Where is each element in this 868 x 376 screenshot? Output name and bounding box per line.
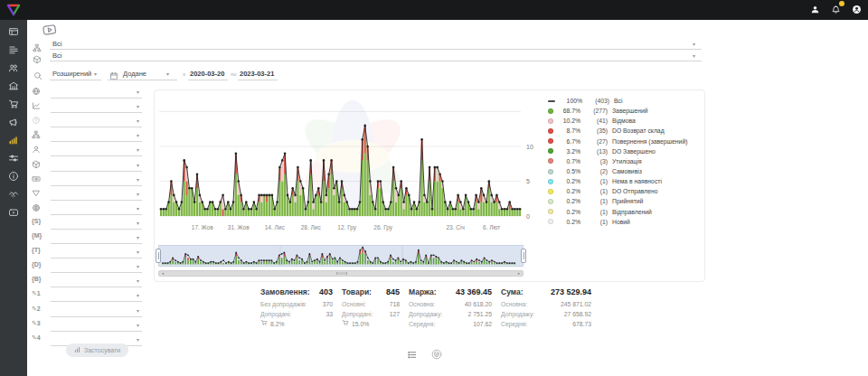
filter-row-brace-d[interactable]: {D}▾ <box>30 260 144 274</box>
legend-item[interactable]: 100%(403)Всі <box>548 96 702 106</box>
filter-dropdown[interactable] <box>51 144 142 156</box>
filter-row-brace-m[interactable]: {M}▾ <box>30 231 144 245</box>
filter-dropdown[interactable] <box>51 100 142 113</box>
legend-item[interactable]: 0.5%(2)Самовивіз <box>548 166 702 176</box>
trend-icon <box>32 101 41 111</box>
legend-dot-marker <box>548 219 553 224</box>
legend-item[interactable]: 68.7%(277)Завершений <box>548 106 702 116</box>
filter-row-brace-b[interactable]: {B}▾ <box>30 275 144 288</box>
filter-dropdown[interactable] <box>51 86 142 99</box>
upsell-percent: 15.0% <box>352 319 369 329</box>
navigator-right-handle[interactable] <box>521 249 526 263</box>
bell-icon[interactable] <box>829 3 842 15</box>
filter-dropdown[interactable] <box>51 246 142 258</box>
profile-icon[interactable] <box>808 3 821 15</box>
filter-row-pencil-1[interactable]: ✎1▾ <box>30 289 144 303</box>
video-tutorial-icon[interactable] <box>39 22 61 42</box>
filter-row-pencil-3[interactable]: ✎3▾ <box>30 319 144 333</box>
legend-item[interactable]: 0.2%(1)Відправлений <box>548 207 702 217</box>
filter-row-globe[interactable]: ▾ <box>30 86 144 99</box>
legend-dot-marker <box>548 138 553 144</box>
chevron-down-icon: ▾ <box>137 146 139 153</box>
legend-item[interactable]: 0.2%(1)DO Отправлено <box>548 186 702 196</box>
filter-row-trend[interactable]: ▾ <box>30 100 144 114</box>
sidebar-item-integrations[interactable] <box>0 150 27 168</box>
date-to-input[interactable]: 2023-03-21 <box>240 70 274 78</box>
filter-dropdown[interactable] <box>51 202 142 215</box>
legend-label: DO Отправлено <box>612 188 657 194</box>
sidebar-item-video[interactable] <box>0 204 27 222</box>
notification-badge <box>839 1 844 6</box>
account-icon[interactable] <box>850 3 863 15</box>
product-filter-value[interactable]: Всі <box>52 52 61 60</box>
sidebar-item-statistics[interactable] <box>0 132 27 150</box>
app-logo[interactable] <box>5 2 22 18</box>
chart-scrollbar[interactable]: ◄ ► <box>158 270 524 277</box>
filter-dropdown[interactable] <box>51 231 142 244</box>
filter-dropdown[interactable] <box>51 305 142 317</box>
sidebar-item-orders-list[interactable] <box>0 42 27 60</box>
scroll-right-icon[interactable]: ► <box>517 271 521 276</box>
legend-item[interactable]: 0.7%(3)Утилізація <box>548 156 702 166</box>
filter-dropdown[interactable] <box>51 217 142 230</box>
filter-row-web[interactable]: ▾ <box>30 202 144 216</box>
filter-row-help[interactable]: ▾ <box>30 115 144 128</box>
filter-row-funnel[interactable]: ▾ <box>30 188 144 202</box>
legend-label: Новий <box>612 219 630 225</box>
sidebar-item-customers[interactable] <box>0 60 27 78</box>
stats-column: Товари:845Основні:718Допродані:12715.0% <box>342 287 400 329</box>
legend-item[interactable]: 3.2%(13)DO Завершено <box>548 146 702 156</box>
legend-item[interactable]: 0.2%(1)Новий <box>548 217 702 227</box>
stats-row-value: 127 <box>390 309 400 319</box>
filter-row-pencil-2[interactable]: ✎2▾ <box>30 305 144 318</box>
filter-dropdown[interactable] <box>51 260 142 273</box>
filter-dropdown[interactable] <box>51 159 142 172</box>
filter-dropdown[interactable] <box>51 275 142 287</box>
sidebar-item-partners[interactable] <box>0 186 27 204</box>
search-mode-select[interactable]: Розширений <box>52 70 91 78</box>
legend-label: Завершений <box>612 108 648 114</box>
apply-button[interactable]: Застосувати <box>66 343 128 357</box>
stats-value: 273 529.94 <box>551 287 591 296</box>
stats-row-value: 40 618.20 <box>465 299 492 309</box>
sidebar-item-store[interactable] <box>0 78 27 96</box>
sidebar-item-announce[interactable] <box>0 114 27 132</box>
scroll-left-icon[interactable]: ◄ <box>161 271 165 276</box>
filter-dropdown[interactable] <box>51 115 142 127</box>
sidebar-item-dashboard[interactable] <box>0 24 27 42</box>
legend-item[interactable]: 8.7%(35)DO Возврат склад <box>548 126 702 136</box>
legend-item[interactable]: 10.2%(41)Відмова <box>548 116 702 126</box>
filter-row-brace-t[interactable]: {T}▾ <box>30 246 144 259</box>
filter-dropdown[interactable] <box>51 129 142 142</box>
stats-value: 403 <box>319 287 333 296</box>
chevron-down-icon: ▾ <box>137 277 139 284</box>
filter-row-brace-s[interactable]: {S}▾ <box>30 217 144 230</box>
filter-row-contact[interactable]: ▾ <box>30 144 144 157</box>
filter-dropdown[interactable] <box>51 174 142 186</box>
legend-item[interactable]: 0.2%(1)Нема в наявності <box>548 176 702 186</box>
scrollbar-grip[interactable] <box>336 272 347 275</box>
navigator-left-handle[interactable] <box>156 249 161 263</box>
legend-item[interactable]: 0.2%(1)Прийнятий <box>548 196 702 206</box>
table-view-icon[interactable] <box>407 347 417 363</box>
search-icon[interactable] <box>33 68 42 84</box>
filter-row-package[interactable]: ▾ <box>30 159 144 173</box>
brace-b-icon: {B} <box>32 276 42 282</box>
legend-item[interactable]: 6.7%(27)Повернення (завершений) <box>548 136 702 146</box>
filter-row-hierarchy[interactable]: ▾ <box>30 129 144 143</box>
sidebar-item-cart[interactable] <box>0 96 27 114</box>
chart-navigator[interactable] <box>158 245 524 272</box>
filter-dropdown[interactable] <box>51 319 142 332</box>
package-view-icon[interactable] <box>431 347 442 363</box>
date-from-input[interactable]: 2020-03-20 <box>190 70 224 78</box>
filter-dropdown[interactable] <box>51 188 142 201</box>
sidebar-item-info[interactable] <box>0 168 27 186</box>
svg-text:0: 0 <box>526 213 530 220</box>
legend-line-marker <box>548 100 555 102</box>
filter-dropdown[interactable] <box>51 289 142 302</box>
filter-row-money[interactable]: ▾ <box>30 174 144 187</box>
calendar-icon[interactable] <box>109 68 118 84</box>
source-filter-value[interactable]: Всі <box>52 40 61 48</box>
legend-percent: 0.7% <box>557 158 580 164</box>
date-field-select[interactable]: Додане <box>123 70 146 78</box>
